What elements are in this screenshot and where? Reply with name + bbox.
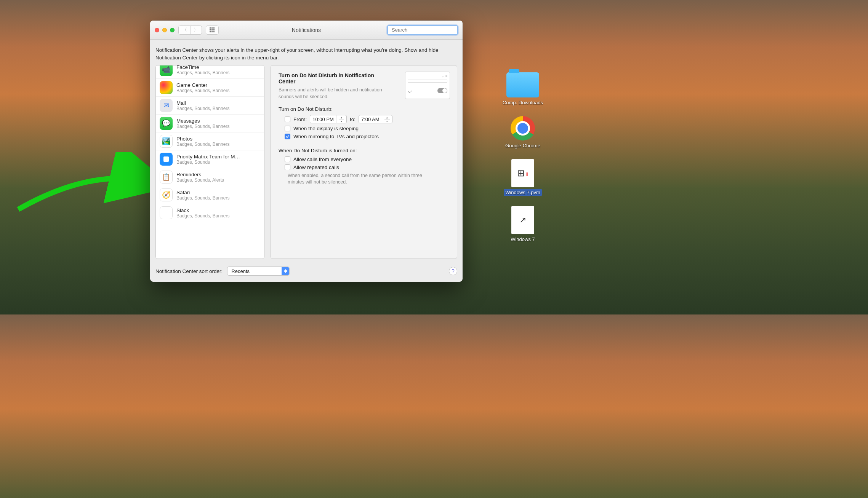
prioritymatrix-icon xyxy=(160,153,173,166)
nav-back-forward: 〈 〉 xyxy=(178,26,202,35)
time-from-field[interactable]: 10:00 PM ▲▼ xyxy=(310,115,347,123)
dnd-subtitle: Banners and alerts will be hidden and no… xyxy=(279,87,389,100)
mirroring-label: When mirroring to TVs and projectors xyxy=(293,134,379,139)
preferences-window: 〈 〉 Notifications Notification Center sh… xyxy=(150,21,463,282)
desktop-win7[interactable]: ↗ Windows 7 xyxy=(492,206,553,243)
schedule-heading: Turn on Do Not Disturb: xyxy=(279,106,449,112)
to-label: to: xyxy=(350,117,356,122)
reminders-icon: 📋 xyxy=(160,171,173,184)
shortcut-file-icon: ↗ xyxy=(511,206,534,234)
app-row-prioritymatrix[interactable]: Priority Matrix Team for M…Badges, Sound… xyxy=(156,150,264,168)
messages-icon: 💬 xyxy=(160,117,173,130)
safari-icon: 🧭 xyxy=(160,188,173,201)
app-name: Reminders xyxy=(176,172,224,177)
toggle-icon xyxy=(437,88,447,93)
display-sleeping-label: When the display is sleeping xyxy=(293,126,359,131)
mail-icon: ✉︎ xyxy=(160,99,173,112)
svg-rect-0 xyxy=(210,27,211,29)
svg-rect-3 xyxy=(210,29,211,30)
forward-button[interactable]: 〉 xyxy=(190,26,202,34)
search-icon: ⌕ xyxy=(442,74,444,78)
schedule-checkbox[interactable] xyxy=(285,117,290,122)
gamecenter-icon xyxy=(160,81,173,94)
time-from-stepper[interactable]: ▲▼ xyxy=(336,115,346,123)
app-row-messages[interactable]: 💬 MessagesBadges, Sounds, Banners xyxy=(156,115,264,132)
app-row-facetime[interactable]: 📹 FaceTimeBadges, Sounds, Banners xyxy=(156,65,264,79)
from-label: From: xyxy=(293,117,307,122)
back-button[interactable]: 〈 xyxy=(179,26,190,34)
app-sub: Badges, Sounds, Banners xyxy=(176,88,229,93)
svg-rect-4 xyxy=(211,29,213,30)
app-name: Game Center xyxy=(176,82,229,88)
app-row-safari[interactable]: 🧭 SafariBadges, Sounds, Banners xyxy=(156,186,264,204)
pane-footer: Notification Center sort order: Recents … xyxy=(150,263,463,282)
app-row-mail[interactable]: ✉︎ MailBadges, Sounds, Banners xyxy=(156,97,264,115)
app-sub: Badges, Sounds xyxy=(176,160,240,165)
repeated-hint: When enabled, a second call from the sam… xyxy=(288,172,425,185)
app-row-reminders[interactable]: 📋 RemindersBadges, Sounds, Alerts xyxy=(156,168,264,186)
search-field-wrap[interactable] xyxy=(387,25,458,35)
time-to-field[interactable]: 7:00 AM ▲▼ xyxy=(359,115,392,123)
window-controls xyxy=(155,28,175,32)
desktop-chrome[interactable]: Google Chrome xyxy=(492,116,553,149)
time-from-value: 10:00 PM xyxy=(310,117,336,122)
folder-icon xyxy=(506,72,539,97)
svg-rect-5 xyxy=(213,29,215,30)
desktop-chrome-label: Google Chrome xyxy=(504,142,542,149)
svg-rect-1 xyxy=(211,27,213,29)
list-icon: ≡ xyxy=(445,74,447,78)
display-sleeping-checkbox[interactable] xyxy=(285,126,290,131)
svg-rect-6 xyxy=(210,31,211,32)
desktop-pvm-label: Windows 7.pvm xyxy=(504,189,542,196)
app-row-photos[interactable]: 🏞️ PhotosBadges, Sounds, Banners xyxy=(156,132,264,150)
app-name: Safari xyxy=(176,190,229,195)
desktop-pvm[interactable]: ⊞II Windows 7.pvm xyxy=(492,159,553,196)
app-name: Priority Matrix Team for M… xyxy=(176,154,240,160)
sort-order-select[interactable]: Recents xyxy=(227,267,290,276)
dnd-panel: ⌕≡ Turn on Do Not Disturb in Notificatio… xyxy=(271,65,457,259)
when-on-heading: When Do Not Disturb is turned on: xyxy=(279,148,449,153)
svg-rect-8 xyxy=(213,31,215,32)
moon-icon xyxy=(407,88,412,93)
app-name: Slack xyxy=(176,208,229,213)
app-row-gamecenter[interactable]: Game CenterBadges, Sounds, Banners xyxy=(156,79,264,97)
help-button[interactable]: ? xyxy=(449,267,457,275)
desktop-win7-label: Windows 7 xyxy=(509,236,536,243)
allow-repeated-label: Allow repeated calls xyxy=(293,164,339,170)
search-input[interactable] xyxy=(392,27,456,33)
app-name: Photos xyxy=(176,136,229,142)
time-to-stepper[interactable]: ▲▼ xyxy=(382,115,392,123)
pvm-file-icon: ⊞II xyxy=(511,159,534,187)
close-button[interactable] xyxy=(155,28,159,32)
chevron-updown-icon xyxy=(282,267,289,275)
allow-everyone-label: Allow calls from everyone xyxy=(293,156,352,162)
notification-center-preview: ⌕≡ xyxy=(405,72,450,99)
app-sub: Badges, Sounds, Banners xyxy=(176,106,229,111)
pane-body: 📹 FaceTimeBadges, Sounds, Banners Game C… xyxy=(150,65,463,263)
app-row-slack[interactable]: # SlackBadges, Sounds, Banners xyxy=(156,204,264,222)
app-sub: Badges, Sounds, Banners xyxy=(176,195,229,201)
show-all-button[interactable] xyxy=(206,26,219,35)
slack-icon: # xyxy=(160,206,173,219)
annotation-arrow xyxy=(15,152,160,221)
mirroring-checkbox[interactable] xyxy=(285,134,290,139)
dnd-title: Turn on Do Not Disturb in Notification C… xyxy=(279,72,389,85)
allow-repeated-checkbox[interactable] xyxy=(285,164,290,170)
grid-icon xyxy=(210,27,215,33)
sort-order-label: Notification Center sort order: xyxy=(155,268,223,274)
app-list[interactable]: 📹 FaceTimeBadges, Sounds, Banners Game C… xyxy=(155,65,264,259)
allow-everyone-checkbox[interactable] xyxy=(285,156,290,162)
app-sub: Badges, Sounds, Banners xyxy=(176,70,229,75)
app-name: Mail xyxy=(176,100,229,106)
time-to-value: 7:00 AM xyxy=(359,117,382,122)
svg-rect-2 xyxy=(213,27,215,29)
facetime-icon: 📹 xyxy=(160,65,173,76)
chrome-icon xyxy=(511,116,535,140)
desktop-icons: Comp. Downloads Google Chrome ⊞II Window… xyxy=(492,72,553,243)
app-sub: Badges, Sounds, Banners xyxy=(176,213,229,219)
app-sub: Badges, Sounds, Banners xyxy=(176,124,229,129)
app-name: FaceTime xyxy=(176,65,229,70)
zoom-button[interactable] xyxy=(170,28,175,32)
minimize-button[interactable] xyxy=(162,28,167,32)
desktop-folder[interactable]: Comp. Downloads xyxy=(492,72,553,106)
